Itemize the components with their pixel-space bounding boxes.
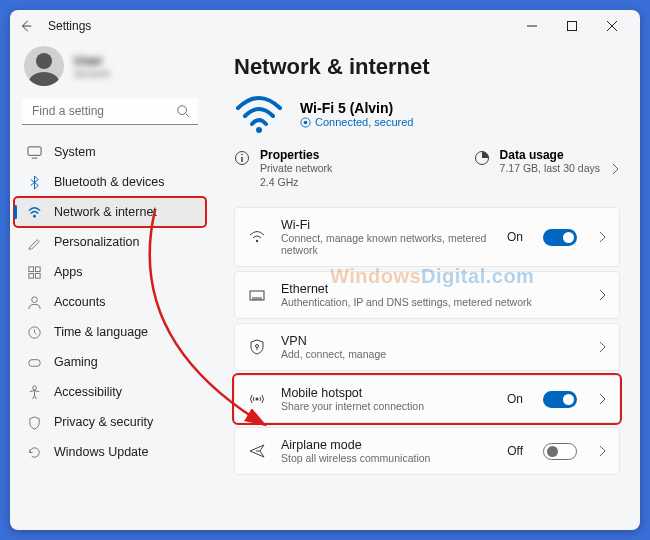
svg-point-22 — [241, 154, 243, 156]
svg-rect-9 — [28, 266, 33, 271]
vpn-sub: Add, connect, manage — [281, 348, 583, 360]
search-box[interactable] — [22, 98, 198, 125]
properties-block[interactable]: Properties Private network 2.4 GHz — [234, 148, 444, 189]
privacy-icon — [26, 414, 42, 430]
sidebar-item-accounts[interactable]: Accounts — [14, 287, 206, 317]
sidebar-item-gaming[interactable]: Gaming — [14, 347, 206, 377]
system-icon — [26, 144, 42, 160]
connected-icon — [300, 117, 311, 128]
sidebar-item-label: Bluetooth & devices — [54, 175, 165, 189]
maximize-button[interactable] — [552, 12, 592, 40]
properties-title: Properties — [260, 148, 332, 162]
sidebar-item-personalization[interactable]: Personalization — [14, 227, 206, 257]
sidebar-item-network[interactable]: Network & internet — [14, 197, 206, 227]
search-icon — [176, 104, 190, 122]
accessibility-icon — [26, 384, 42, 400]
wifi-large-icon — [234, 94, 284, 134]
wifi-sub: Connect, manage known networks, metered … — [281, 232, 493, 256]
sidebar-item-label: Apps — [54, 265, 83, 279]
properties-line2: 2.4 GHz — [260, 176, 332, 190]
airplane-sub: Stop all wireless communication — [281, 452, 493, 464]
nav-list: System Bluetooth & devices Network & int… — [14, 137, 206, 467]
sidebar-item-label: Personalization — [54, 235, 139, 249]
sidebar-item-accessibility[interactable]: Accessibility — [14, 377, 206, 407]
svg-point-13 — [31, 296, 37, 302]
airplane-toggle[interactable] — [543, 443, 577, 460]
sidebar-item-apps[interactable]: Apps — [14, 257, 206, 287]
chevron-right-icon — [597, 445, 607, 457]
network-icon — [26, 204, 42, 220]
airplane-title: Airplane mode — [281, 438, 493, 452]
svg-rect-11 — [28, 273, 33, 278]
svg-rect-1 — [568, 22, 577, 31]
profile-block[interactable]: User account — [14, 42, 206, 98]
sidebar-item-time[interactable]: Time & language — [14, 317, 206, 347]
svg-point-4 — [178, 106, 187, 115]
data-usage-icon — [474, 150, 490, 170]
chevron-right-icon — [597, 289, 607, 301]
sidebar-item-label: Accounts — [54, 295, 105, 309]
data-usage-line: 7.17 GB, last 30 days — [500, 162, 600, 176]
sidebar-item-label: Accessibility — [54, 385, 122, 399]
hotspot-state: On — [507, 392, 523, 406]
svg-point-16 — [32, 385, 36, 389]
sidebar: User account System Bluetooth & devices — [10, 42, 210, 530]
wifi-title: Wi-Fi — [281, 218, 493, 232]
vpn-icon — [247, 337, 267, 357]
minimize-button[interactable] — [512, 12, 552, 40]
svg-rect-12 — [35, 273, 40, 278]
personalization-icon — [26, 234, 42, 250]
wifi-card[interactable]: Wi-Fi Connect, manage known networks, me… — [234, 207, 620, 267]
svg-rect-15 — [28, 359, 39, 366]
svg-point-28 — [256, 398, 259, 401]
sidebar-item-update[interactable]: Windows Update — [14, 437, 206, 467]
svg-rect-6 — [27, 146, 40, 154]
connection-name: Wi-Fi 5 (Alvin) — [300, 100, 413, 116]
titlebar: Settings — [10, 10, 640, 42]
vpn-title: VPN — [281, 334, 583, 348]
ethernet-card[interactable]: Ethernet Authentication, IP and DNS sett… — [234, 271, 620, 319]
hotspot-toggle[interactable] — [543, 391, 577, 408]
chevron-right-icon — [610, 163, 620, 175]
time-icon — [26, 324, 42, 340]
sidebar-item-bluetooth[interactable]: Bluetooth & devices — [14, 167, 206, 197]
hotspot-card[interactable]: Mobile hotspot Share your internet conne… — [234, 375, 620, 423]
chevron-right-icon — [597, 341, 607, 353]
vpn-card[interactable]: VPN Add, connect, manage — [234, 323, 620, 371]
close-button[interactable] — [592, 12, 632, 40]
sidebar-item-system[interactable]: System — [14, 137, 206, 167]
sidebar-item-label: Time & language — [54, 325, 148, 339]
page-title: Network & internet — [234, 54, 620, 80]
connection-hero: Wi-Fi 5 (Alvin) Connected, secured — [234, 94, 620, 134]
wifi-toggle[interactable] — [543, 229, 577, 246]
back-button[interactable] — [18, 18, 34, 34]
svg-line-5 — [186, 114, 190, 118]
ethernet-sub: Authentication, IP and DNS settings, met… — [281, 296, 583, 308]
ethernet-icon — [247, 285, 267, 305]
wifi-state: On — [507, 230, 523, 244]
sidebar-item-label: Gaming — [54, 355, 98, 369]
hotspot-title: Mobile hotspot — [281, 386, 493, 400]
connection-status: Connected, secured — [315, 116, 413, 128]
hotspot-sub: Share your internet connection — [281, 400, 493, 412]
airplane-card[interactable]: Airplane mode Stop all wireless communic… — [234, 427, 620, 475]
search-input[interactable] — [22, 98, 198, 125]
accounts-icon — [26, 294, 42, 310]
data-usage-block[interactable]: Data usage 7.17 GB, last 30 days — [474, 148, 620, 189]
ethernet-title: Ethernet — [281, 282, 583, 296]
airplane-icon — [247, 441, 267, 461]
profile-sub: account — [74, 68, 109, 79]
chevron-right-icon — [597, 393, 607, 405]
wifi-icon — [247, 227, 267, 247]
properties-icon — [234, 150, 250, 170]
airplane-state: Off — [507, 444, 523, 458]
info-row: Properties Private network 2.4 GHz Data … — [234, 144, 620, 193]
chevron-right-icon — [597, 231, 607, 243]
svg-point-19 — [304, 120, 308, 124]
avatar — [24, 46, 64, 86]
settings-list: Wi-Fi Connect, manage known networks, me… — [234, 207, 620, 475]
hotspot-icon — [247, 389, 267, 409]
profile-name: User — [74, 53, 109, 68]
svg-point-8 — [33, 214, 36, 217]
sidebar-item-privacy[interactable]: Privacy & security — [14, 407, 206, 437]
